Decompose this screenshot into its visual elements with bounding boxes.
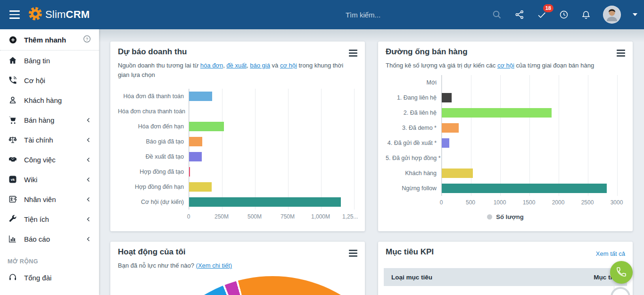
bar[interactable] [189,197,341,207]
sidebar-item-home[interactable]: Bảng tin [0,51,99,70]
menu-toggle-button[interactable] [8,8,22,20]
card-menu-icon[interactable] [349,50,357,57]
bar[interactable] [442,169,473,178]
revenue-forecast-chart: Hóa đơn đã thanh toánHóa đơn chưa thanh … [118,89,357,210]
sidebar-item-user[interactable]: Khách hàng [0,90,99,110]
sales-pipeline-card: Đường ống bán hàng Thống kê số lượng và … [378,42,633,231]
axis-tick-label: 0 [187,213,190,220]
sidebar-item-bar-chart[interactable]: Báo cáo [0,229,99,249]
global-search-input[interactable] [226,6,500,23]
invoices-link[interactable]: hóa đơn [200,62,223,69]
headset-icon [8,273,18,282]
profile-caret-icon[interactable] [633,13,637,16]
bar[interactable] [189,137,202,146]
chevron-left-icon [85,177,91,183]
axis-tick-label: 1,000M [311,213,330,220]
bar[interactable] [189,92,212,101]
chevron-left-icon [85,196,91,202]
quick-add-label: Thêm nhanh [24,36,76,44]
sidebar-item-balance-scale[interactable]: Tài chính [0,130,99,150]
axis-tick-label: 3000 [611,199,623,206]
user-avatar[interactable] [603,6,621,24]
card-menu-icon[interactable] [349,250,357,257]
kpi-goals-card: Mục tiêu KPI Xem tất cả Loại mục tiêu Mụ… [378,242,633,295]
bar-track [189,134,357,149]
bar[interactable] [189,122,224,131]
sidebar-item-phone-call[interactable]: Cơ hội [0,70,99,90]
chevron-left-icon [85,117,91,123]
sidebar-quick-add-button[interactable]: Thêm nhanh ? [0,29,99,50]
card-title: Mục tiêu KPI [386,247,434,257]
tasks-check-icon[interactable]: 18 [537,9,547,20]
category-label: 4. Đã gửi đề xuất * [386,140,441,146]
gear-logo-icon [28,7,42,23]
sidebar-item-label: Wiki [24,176,79,184]
card-subtitle: Nguồn doanh thu tương lai từ hóa đơn, đề… [118,61,351,80]
sidebar: Thêm nhanh ? Bảng tinCơ hộiKhách hàngBán… [0,29,99,295]
bar[interactable] [442,93,452,102]
x-axis-ticks: 0250M500M750M1,000M1,25... [189,211,357,221]
category-label: Hóa đơn chưa thanh toán [118,108,189,115]
sidebar-item-label: Cơ hội [24,76,91,84]
chevron-left-icon [85,236,91,242]
my-activity-card: Hoạt động của tôi Bạn đã nỗ lực như thế … [110,242,365,295]
notifications-bell-icon[interactable] [581,9,591,20]
bar-row: Hóa đơn chưa thanh toán [118,104,357,119]
sidebar-item-vk-badge[interactable]: vkWiki [0,169,99,189]
view-all-link[interactable]: Xem tất cả [596,250,625,257]
chevron-left-icon [85,216,91,222]
bar[interactable] [442,138,449,148]
bar-row: Báo giá đã tạo [118,134,357,149]
call-fab-button[interactable] [610,261,633,284]
bar[interactable] [189,152,202,161]
chart-legend[interactable]: Số lượng [378,213,633,220]
category-label: Hóa đơn đến hạn [118,123,189,130]
sidebar-nav-extra: Tổng đài [0,268,99,287]
kpi-table-row[interactable] [384,286,627,295]
sidebar-item-handshake[interactable]: Công việc [0,150,99,169]
history-clock-icon[interactable] [559,9,569,20]
sidebar-item-headset[interactable]: Tổng đài [0,268,99,287]
view-details-link[interactable]: (Xem chi tiết) [196,262,232,269]
opportunities-link[interactable]: cơ hội [280,62,297,69]
bar-row: 3. Đã demo * [386,120,618,135]
bar-track [441,181,618,196]
sidebar-item-label: Khách hàng [24,96,91,104]
bar[interactable] [442,123,459,133]
sidebar-item-wrench[interactable]: Tiện ích [0,209,99,229]
bar[interactable] [442,184,607,193]
axis-tick-label: 1,25... [342,213,358,220]
sidebar-item-label: Tổng đài [24,274,91,282]
chevron-left-icon [85,157,91,163]
bar-row: 2. Đã liên hệ [386,105,618,120]
bar[interactable] [189,182,212,192]
card-title: Hoạt động của tôi [118,247,186,257]
quotes-link[interactable]: báo giá [250,62,270,69]
category-label: Hóa đơn đã thanh toán [118,93,189,100]
bar-row: Ngừng follow [386,181,618,196]
opportunities-link[interactable]: cơ hội [497,62,514,69]
help-icon[interactable]: ? [83,34,91,45]
proposals-link[interactable]: đề xuất [226,62,247,69]
app-logo[interactable]: SlimCRM [28,7,90,23]
svg-text:?: ? [86,36,88,41]
svg-text:vk: vk [11,177,15,182]
bar-row: 5. Đã gửi hợp đồng * [386,151,618,166]
sidebar-item-id-card[interactable]: Nhân viên [0,189,99,209]
sidebar-item-shopping-cart[interactable]: Bán hàng [0,110,99,130]
bar-row: Hóa đơn đến hạn [118,119,357,134]
search-icon[interactable] [491,9,503,20]
activity-pie-chart[interactable] [139,276,365,295]
bar[interactable] [442,108,552,118]
card-menu-icon[interactable] [617,50,625,57]
bar[interactable] [189,167,190,177]
axis-tick-label: 750M [281,213,295,220]
axis-tick-label: 1500 [523,199,536,206]
sidebar-item-label: Tài chính [24,136,79,144]
bar-row: Cơ hội (dự kiến) [118,194,357,210]
axis-tick-label: 1000 [494,199,506,206]
category-label: 3. Đã demo * [386,125,441,131]
category-label: 1. Đang liên hệ [386,94,441,101]
share-icon[interactable] [514,9,525,20]
handshake-icon [8,155,18,164]
